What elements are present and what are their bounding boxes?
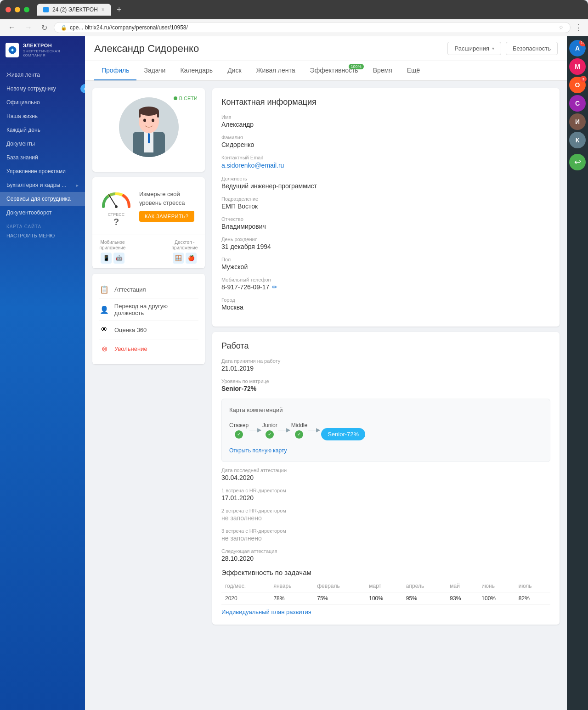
tab-calendar[interactable]: Календарь: [173, 61, 220, 80]
back-btn[interactable]: ←: [6, 23, 18, 33]
tab-tasks[interactable]: Задачи: [136, 61, 173, 80]
traffic-light-yellow[interactable]: [15, 7, 20, 12]
url-text: сре... bitrix24.ru//company/personal/use…: [70, 24, 188, 31]
new-tab-btn[interactable]: +: [114, 5, 124, 15]
windows-icon[interactable]: 🪟: [173, 253, 184, 264]
contact-section-title: Контактная информация: [221, 97, 550, 107]
sidebar-close-btn[interactable]: ×: [80, 84, 85, 93]
header-actions: Расширения ▾ Безопасность: [447, 42, 558, 55]
svg-point-11: [143, 119, 146, 122]
avatar: [119, 97, 179, 157]
competency-map-card: Карта компетенций Стажер ✓ ─: [221, 399, 550, 462]
address-bar[interactable]: 🔒 сре... bitrix24.ru//company/personal/u…: [54, 22, 571, 33]
browser-top-bar: 24 (2) ЭЛЕКТРОН × +: [0, 0, 588, 19]
tab-profile[interactable]: Профиль: [94, 61, 136, 80]
traffic-light-green[interactable]: [24, 7, 29, 12]
sidebar-item-accounting[interactable]: Бухгалтерия и кадры ... ▸: [0, 178, 85, 192]
mobile-app-item: Мобильное приложение 📱 🤖: [99, 240, 126, 264]
attestation-icon: 📋: [99, 284, 110, 295]
rs-add-btn[interactable]: ↩: [569, 154, 586, 170]
comp-current-badge: Senior-72%: [321, 428, 365, 440]
competency-track: Стажер ✓ ──▶ Junior: [229, 420, 543, 440]
tab-close-btn[interactable]: ×: [102, 6, 105, 13]
android-icon[interactable]: 🤖: [113, 253, 124, 264]
comp-node-junior: Junior ✓: [262, 422, 277, 439]
efficiency-table: год/мес. январь февраль март апрель май …: [221, 580, 550, 605]
competency-map-title: Карта компетенций: [229, 406, 543, 413]
stress-question: ?: [100, 217, 133, 227]
transfer-icon: 👤: [99, 304, 110, 315]
ios-icon[interactable]: 📱: [101, 253, 112, 264]
comp-node-senior: . Senior-72%: [321, 420, 365, 440]
svg-rect-9: [139, 111, 141, 118]
field-email: Контактный Email a.sidorenko@email.ru: [221, 155, 550, 169]
app-wrapper: ЭЛЕКТРОН ЭНЕРГЕТИЧЕСКАЯ КОМПАНИЯ Живая л…: [0, 36, 588, 710]
forward-btn[interactable]: →: [22, 23, 35, 33]
sidebar-item-services[interactable]: Сервисы для сотрудника: [0, 192, 85, 206]
comp-node-intern: Стажер ✓: [229, 422, 249, 439]
sidebar-item-documents[interactable]: Документы: [0, 137, 85, 151]
sidebar-item-official[interactable]: Официально: [0, 96, 85, 109]
svg-line-13: [109, 195, 116, 207]
online-badge: В СЕТИ: [174, 96, 198, 101]
rs-avatar-3[interactable]: С: [569, 95, 586, 112]
online-dot: [174, 96, 177, 100]
rs-avatar-2[interactable]: О 3: [569, 77, 586, 93]
sidebar-item-projects[interactable]: Управление проектами: [0, 164, 85, 178]
logo-text: ЭЛЕКТРОН: [23, 43, 79, 49]
svg-point-14: [115, 205, 118, 208]
sidebar-item-docflow[interactable]: Документооборот: [0, 206, 85, 220]
stress-card: СТРЕСС ? Измерьте свой уровень стресса К…: [92, 177, 205, 268]
comp-arrow-1: ──▶: [249, 427, 261, 433]
extensions-btn[interactable]: Расширения ▾: [447, 42, 501, 55]
comp-node-middle: Middle ✓: [291, 422, 307, 439]
field-position: Должность Ведущий инженер-программист: [221, 176, 550, 190]
chevron-down-icon: ▾: [492, 46, 494, 51]
stress-measure-btn[interactable]: КАК ЗАМЕРИТЬ?: [139, 211, 194, 222]
open-map-link[interactable]: Открыть полную карту: [229, 447, 287, 454]
sidebar-item-everyday[interactable]: Каждый день: [0, 123, 85, 137]
sidebar-configure-menu[interactable]: НАСТРОИТЬ МЕНЮ: [0, 231, 85, 240]
rs-avatar-5[interactable]: К: [569, 132, 586, 148]
dismiss-icon: ⊗: [99, 343, 110, 354]
field-matrix-level: Уровень по матрице Senior-72%: [221, 378, 550, 392]
more-btn[interactable]: ⋮: [574, 23, 582, 33]
field-city: Город Москва: [221, 297, 550, 311]
rs-avatar-4[interactable]: И: [569, 113, 586, 130]
apps-row: Мобильное приложение 📱 🤖 Десктоп - прило…: [92, 235, 205, 268]
sidebar-item-new-employee[interactable]: Новому сотруднику ×: [0, 82, 85, 96]
refresh-btn[interactable]: ↻: [39, 23, 50, 33]
tab-more[interactable]: Ещё: [400, 61, 428, 80]
phone-number: 8-917-726-09-17: [221, 283, 269, 291]
sidebar-logo: ЭЛЕКТРОН ЭНЕРГЕТИЧЕСКАЯ КОМПАНИЯ: [0, 36, 85, 64]
sidebar-item-our-life[interactable]: Наша жизнь: [0, 109, 85, 123]
rs-avatar-1[interactable]: М: [569, 58, 586, 75]
field-patronymic: Отчество Владимирович: [221, 216, 550, 230]
review360-icon: 👁: [99, 324, 110, 335]
tab-disk[interactable]: Диск: [220, 61, 249, 80]
sidebar-item-knowledge[interactable]: База знаний: [0, 151, 85, 164]
lock-icon: 🔒: [61, 25, 67, 31]
field-phone: Мобильный телефон 8-917-726-09-17 ✏: [221, 277, 550, 291]
hr-item-dismiss[interactable]: ⊗ Увольнение: [99, 339, 198, 358]
field-hr-meeting1: 1 встреча с HR-директором 17.01.2020: [221, 488, 550, 502]
tab-time[interactable]: Время: [366, 61, 400, 80]
rs-notification-badge: 19: [579, 40, 586, 46]
phone-edit-icon[interactable]: ✏: [272, 283, 277, 291]
mac-icon[interactable]: 🍎: [186, 253, 197, 264]
comp-circle-junior: ✓: [266, 430, 274, 439]
hr-item-review360[interactable]: 👁 Оценка 360: [99, 321, 198, 339]
sidebar-item-feed[interactable]: Живая лента: [0, 68, 85, 82]
field-hr-meeting2: 2 встреча с HR-директором не заполнено: [221, 508, 550, 522]
email-link[interactable]: a.sidorenko@email.ru: [221, 162, 284, 169]
hr-item-attestation[interactable]: 📋 Аттестация: [99, 280, 198, 299]
svg-point-8: [139, 107, 159, 116]
hr-item-transfer[interactable]: 👤 Перевод на другую должность: [99, 299, 198, 321]
traffic-light-red[interactable]: [6, 7, 11, 12]
individual-plan-link[interactable]: Индивидуальный план развития: [221, 609, 550, 615]
rs-avatar-main[interactable]: А 19: [569, 40, 586, 56]
tab-feed[interactable]: Живая лента: [249, 61, 303, 80]
security-btn[interactable]: Безопасность: [506, 42, 558, 55]
bookmark-icon[interactable]: ☆: [559, 24, 564, 31]
tab-efficiency[interactable]: Эффективность 100%: [303, 61, 366, 80]
